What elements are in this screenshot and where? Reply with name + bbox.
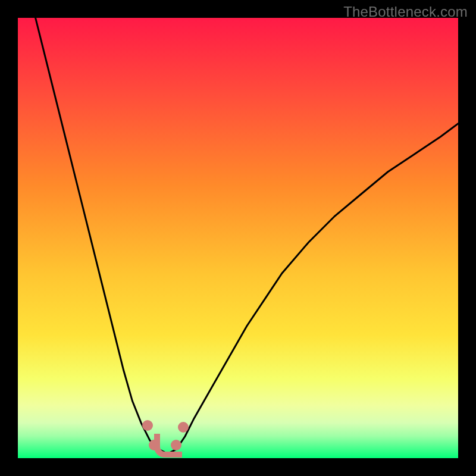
curve-right-branch	[168, 124, 458, 454]
figure-root: TheBottleneck.com	[0, 0, 476, 476]
marker-left-upper	[142, 420, 153, 431]
marker-right-upper	[178, 422, 189, 433]
valley-elbow	[154, 434, 182, 458]
plot-area	[18, 18, 458, 458]
bottleneck-curve	[18, 18, 458, 458]
curve-left-branch	[36, 18, 168, 454]
watermark-text: TheBottleneck.com	[343, 4, 468, 20]
